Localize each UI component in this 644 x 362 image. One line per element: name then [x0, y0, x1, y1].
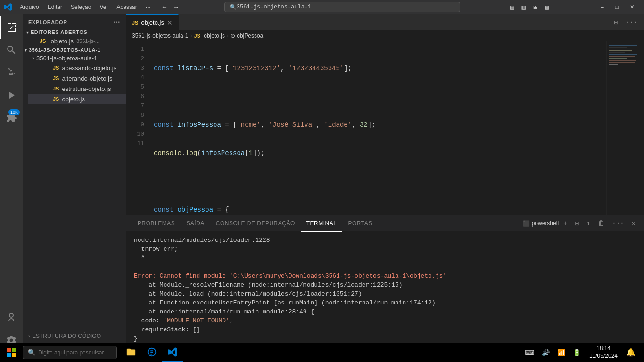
open-editors-label: EDITORES ABERTOS	[31, 29, 87, 35]
file-acessando[interactable]: JS acessando-objeto.js	[28, 63, 126, 73]
code-line-6: const objPessoa = {	[154, 205, 606, 214]
sidebar-menu-button[interactable]: ···	[113, 18, 120, 26]
tab-portas[interactable]: PORTAS	[342, 215, 378, 232]
breadcrumb-symbol[interactable]: ⊙ objPessoa	[231, 33, 263, 39]
tab-close-button[interactable]: ✕	[167, 19, 173, 26]
breadcrumb-file-name: objeto.js	[204, 33, 225, 39]
tray-battery[interactable]: 🔋	[570, 348, 584, 357]
breadcrumb-file[interactable]: JS objeto.js	[194, 33, 225, 39]
tray-keyboard[interactable]: ⌨	[522, 348, 537, 357]
vscode-icon	[4, 3, 12, 11]
subfolder-chevron: ▾	[32, 56, 34, 61]
activity-search[interactable]	[0, 39, 23, 61]
taskbar-search-icon: 🔍	[28, 349, 35, 356]
trash-terminal-button[interactable]: 🗑	[595, 219, 607, 228]
taskbar-search-input[interactable]	[38, 349, 109, 356]
terminal-output[interactable]: node:internal/modules/cjs/loader:1228 th…	[126, 232, 644, 352]
more-actions-button[interactable]: ···	[623, 17, 640, 27]
activity-extensions[interactable]: 10K	[0, 107, 23, 129]
code-line-5	[154, 177, 606, 186]
breadcrumb-folder[interactable]: 3561-js-objetos-aula-1	[132, 33, 188, 39]
term-line-7: at Function.executeUserEntryPoint [as ru…	[134, 298, 636, 307]
file-name-acessando: acessando-objeto.js	[62, 65, 116, 72]
extensions-badge: 10K	[8, 109, 20, 115]
maximize-button[interactable]: □	[610, 0, 624, 14]
start-button[interactable]	[2, 343, 21, 362]
term-line-6: at Module._load (node:internal/modules/c…	[134, 289, 636, 298]
activity-explorer[interactable]	[0, 16, 23, 39]
root-folder-chevron: ▾	[25, 48, 27, 53]
activity-run-debug[interactable]	[0, 84, 23, 107]
activity-source-control[interactable]	[0, 61, 23, 84]
tab-objeto[interactable]: JS objeto.js ✕	[126, 14, 179, 31]
tab-saida[interactable]: SAÍDA	[181, 215, 210, 232]
menu-bar: Arquivo Editar Seleção Ver Acessar ···	[16, 3, 154, 11]
nav-buttons: ← →	[160, 2, 181, 12]
tray-network[interactable]: 📶	[554, 348, 568, 357]
more-panel-actions[interactable]: ···	[609, 219, 627, 228]
menu-ver[interactable]: Ver	[96, 3, 112, 11]
menu-arquivo[interactable]: Arquivo	[16, 3, 43, 11]
svg-rect-0	[7, 348, 11, 352]
menu-selecao[interactable]: Seleção	[67, 3, 95, 11]
menu-more[interactable]: ···	[142, 3, 154, 11]
file-estrutura[interactable]: JS estrutura-objeto.js	[28, 83, 126, 94]
term-line-0: node:internal/modules/cjs/loader:1228	[134, 236, 636, 245]
svg-rect-3	[12, 353, 16, 357]
term-line-10: requireStack: []	[134, 325, 636, 334]
tab-bar: JS objeto.js ✕ ⊟ ···	[126, 14, 644, 31]
root-folder-header[interactable]: ▾ 3561-JS-OBJETOS-AULA-1	[23, 46, 126, 54]
code-line-3: const infosPessoa = ['nome', 'José Silva…	[154, 120, 606, 130]
term-line-8: at node:internal/main/run_main_module:28…	[134, 307, 636, 316]
powershell-label: ⬛ powershell	[523, 220, 559, 227]
code-editor[interactable]: 1 2 3 4 5 6 7 8 9 10 11 const listaCPFs …	[126, 41, 644, 215]
file-objeto[interactable]: JS objeto.js	[28, 94, 126, 104]
close-button[interactable]: ✕	[624, 0, 640, 14]
subfolder-header[interactable]: ▾ 3561-js-objetos-aula-1	[28, 54, 126, 63]
taskbar-edge[interactable]	[141, 343, 162, 362]
file-alterando[interactable]: JS alterando-objeto.js	[28, 73, 126, 83]
menu-acessar[interactable]: Acessar	[113, 3, 140, 11]
layout-panel-icon[interactable]: ▥	[519, 2, 528, 12]
back-button[interactable]: ←	[160, 2, 169, 12]
taskbar-search[interactable]: 🔍	[23, 346, 117, 359]
close-panel-button[interactable]: ✕	[629, 219, 638, 229]
split-terminal-button[interactable]: ⊟	[572, 219, 581, 229]
open-file-name: objeto.js	[50, 38, 73, 45]
menu-editar[interactable]: Editar	[44, 3, 66, 11]
layout-sidebar-icon[interactable]: ▤	[507, 2, 517, 12]
tab-actions: ⊟ ···	[611, 17, 644, 27]
open-editors-header[interactable]: ▾ EDITORES ABERTOS	[23, 28, 126, 36]
forward-button[interactable]: →	[171, 2, 181, 12]
tray-clock[interactable]: 18:14 11/09/2024	[586, 345, 621, 360]
code-line-1: const listaCPFs = ['12312312312', '12323…	[154, 64, 606, 73]
activity-bar: 10K	[0, 14, 23, 352]
add-terminal-button[interactable]: +	[561, 219, 570, 228]
tab-problemas[interactable]: PROBLEMAS	[132, 215, 181, 232]
taskbar-tray: ⌨ 🔊 📶 🔋 18:14 11/09/2024 🔔	[522, 345, 642, 360]
open-file-objeto[interactable]: JS objeto.js 3561-js-... ✕	[23, 36, 126, 46]
tab-console-depuracao[interactable]: CONSOLE DE DEPURAÇÃO	[210, 215, 301, 232]
root-folder-label: 3561-JS-OBJETOS-AULA-1	[29, 47, 101, 53]
customize-layout-icon[interactable]: ▦	[542, 2, 551, 12]
js-file-icon: JS	[40, 38, 46, 44]
root-folder-group: ▾ 3561-JS-OBJETOS-AULA-1 ▾ 3561-js-objet…	[23, 46, 126, 104]
layout-split-icon[interactable]: ⊞	[530, 2, 540, 12]
activity-accounts[interactable]	[0, 306, 23, 329]
minimize-button[interactable]: –	[595, 0, 610, 14]
global-search[interactable]: 🔍 3561-js-objetos-aula-1	[224, 2, 460, 12]
tab-label: objeto.js	[141, 19, 164, 26]
taskbar-vscode[interactable]	[162, 343, 183, 362]
tray-volume[interactable]: 🔊	[539, 348, 553, 357]
js-icon-alterando: JS	[53, 75, 59, 81]
taskbar-file-explorer[interactable]	[121, 343, 141, 362]
split-editor-button[interactable]: ⊟	[611, 17, 620, 27]
tab-terminal[interactable]: TERMINAL	[301, 215, 343, 232]
term-line-3	[134, 263, 636, 272]
code-structure-section[interactable]: › ESTRUTURA DO CÓDIGO	[23, 331, 126, 341]
tab-js-icon: JS	[132, 20, 138, 25]
maximize-panel-button[interactable]: ⬆	[584, 219, 593, 229]
code-content[interactable]: const listaCPFs = ['12312312312', '12323…	[150, 41, 606, 215]
tray-notification[interactable]: 🔔	[623, 347, 638, 358]
code-structure-chevron: ›	[28, 333, 30, 339]
